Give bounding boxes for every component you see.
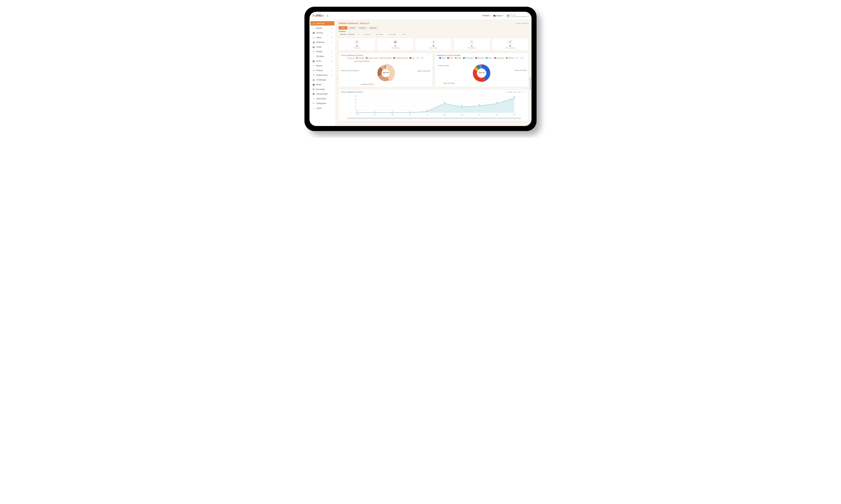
chevron-down-icon: ▾: [332, 51, 332, 52]
svg-text:87: 87: [514, 96, 515, 97]
card-menu-icon[interactable]: ⋮: [429, 54, 431, 56]
language-switcher[interactable]: English ▾: [493, 15, 503, 17]
timeframe-button[interactable]: Last 90 Days: [387, 33, 398, 36]
sidebar-item-inventory[interactable]: 📦 Inventory ▾: [310, 31, 334, 35]
sidebar-item-configuration[interactable]: ⚙ Configuration: [310, 101, 334, 106]
sidebar-item-orders[interactable]: 🧾 Orders ▾: [310, 35, 334, 40]
sidebar-item-products[interactable]: 🛍 Products ▾: [310, 68, 334, 73]
nav-icon: ☰: [312, 50, 315, 53]
nav-label: Onboard Seller: [316, 93, 327, 95]
legend-item[interactable]: CSV Integration: [463, 57, 474, 59]
fullscreen-icon[interactable]: ⛶: [525, 91, 526, 93]
svg-text:May: May: [391, 114, 394, 115]
legend-item[interactable]: Held: [410, 57, 414, 59]
legend-item[interactable]: Ship Station: [475, 57, 484, 59]
legend-item[interactable]: Shopify: [439, 57, 446, 59]
sidebar-item-import-status[interactable]: ⇪ Import Status: [310, 96, 334, 101]
timeframe-button[interactable]: Last Month: [362, 33, 372, 36]
svg-text:55: 55: [444, 102, 445, 103]
user-menu[interactable]: RA Hi, ravi ravirathore@noitechnologies.…: [506, 14, 529, 18]
nav-label: Dashboard: [316, 22, 324, 24]
svg-point-30: [462, 107, 462, 108]
orders-by-status-card: TOTAL ORDERS BY STATUS ⋮ ApprovedComplet…: [339, 53, 433, 87]
legend-item[interactable]: EPages: [455, 57, 461, 59]
sidebar-item-shipments[interactable]: 🚚 Shipments ▾: [310, 40, 334, 44]
chevron-down-icon: ▾: [502, 15, 503, 16]
chevron-down-icon: ▾: [332, 60, 332, 62]
legend-item[interactable]: Placed by Customer: [366, 57, 379, 59]
chevron-down-icon: ▾: [332, 56, 332, 57]
tenant-switcher[interactable]: PINNIMA ▾: [482, 15, 490, 17]
legend-item[interactable]: AliExpress: [506, 57, 514, 59]
export-icon[interactable]: ⇩: [522, 91, 524, 93]
tab-shipment[interactable]: Shipment: [368, 26, 378, 30]
legend-item[interactable]: Completed: [356, 57, 364, 59]
legend-swatch: [366, 57, 367, 59]
range-pill[interactable]: All: [516, 57, 518, 59]
range-pill[interactable]: 1mo: [420, 57, 424, 59]
nav-icon: 🧾: [312, 36, 315, 39]
range-pill[interactable]: All: [416, 57, 419, 59]
nav-icon: ⊞: [312, 22, 315, 24]
legend-item[interactable]: Amazon: [486, 57, 493, 59]
nav-label: Logout: [316, 107, 322, 109]
chevron-down-icon: ▾: [332, 32, 332, 34]
sidebar-item-reports[interactable]: 📄 Reports ▾: [310, 26, 334, 30]
logo[interactable]: FulFillor: [312, 14, 324, 17]
sidebar-item-logout[interactable]: ⎋ Logout: [310, 106, 334, 110]
range-pill[interactable]: All: [514, 91, 517, 93]
sidebar-item-facility[interactable]: 🏭 Facility: [310, 45, 334, 49]
svg-text:1: 1: [375, 111, 375, 112]
legend-item[interactable]: Others: [447, 57, 453, 59]
nav-icon: 🛍: [312, 69, 315, 72]
svg-text:8: 8: [427, 110, 428, 111]
sidebar-item-picklists[interactable]: ☰ Picklists ▾: [310, 49, 334, 54]
chevron-down-icon: ▾: [332, 37, 332, 38]
tab-returns[interactable]: Returns: [348, 26, 357, 30]
nav-icon: ⎋: [312, 107, 315, 109]
sidebar-item-pick-move[interactable]: ↔ Pick Move ▾: [310, 54, 334, 58]
nav-icon: ⇪: [312, 97, 315, 100]
legend-item[interactable]: Cancelled by Customer: [393, 57, 408, 59]
nav-icon: 📦: [312, 32, 315, 34]
nav-label: Parties: [316, 84, 322, 86]
kpi-icon: ⏸: [431, 40, 435, 44]
svg-text:Dec: Dec: [513, 114, 515, 115]
sidebar-item-stores[interactable]: 🏬 Stores ▾: [310, 59, 334, 63]
card-menu-icon[interactable]: ⋮: [525, 54, 527, 56]
sidebar-item-job-manager[interactable]: 👷 Job Manager: [310, 78, 334, 82]
legend-swatch: [410, 57, 411, 59]
legend-item[interactable]: Big Commerce: [494, 57, 504, 59]
range-pill[interactable]: 1mo: [520, 57, 524, 59]
sidebar-item-parties[interactable]: 👥 Parties: [310, 82, 334, 87]
timeframe-button[interactable]: All Time: [399, 33, 408, 36]
sidebar-item-returns[interactable]: ↩ Returns: [310, 64, 334, 68]
kpi-icon: 🛒: [508, 40, 512, 44]
kpi-card: 🛒 2 Total Orders: [339, 38, 375, 50]
sidebar-item-dashboard[interactable]: ⊞ Dashboard: [310, 21, 334, 25]
tab-inventory[interactable]: Inventory: [357, 26, 367, 30]
sidebar-item-onboard-seller[interactable]: ➕ Onboard Seller: [310, 92, 334, 96]
main-scrollbar[interactable]: [530, 77, 531, 119]
us-flag-icon: [493, 15, 496, 17]
legend-swatch: [380, 57, 382, 59]
timeframe-button[interactable]: Last 30 Days: [374, 33, 385, 36]
sidebar-item-production-run[interactable]: ⚙ Production Run ▾: [310, 73, 334, 77]
sidebar-item-accounting[interactable]: 📒 Accounting: [310, 87, 334, 91]
nav-label: Production Run: [316, 74, 328, 76]
legend-item[interactable]: Approved: [347, 57, 355, 59]
breadcrumb: FulFillor › Dashboard: [516, 23, 529, 24]
nav-icon: 🏬: [312, 60, 315, 62]
timeframe-range-select[interactable]: 2025-01-01 - 2025-01-02▾: [339, 33, 361, 36]
svg-point-18: [392, 112, 393, 113]
kpi-value: 0: [417, 44, 450, 47]
dashboard-tabs: OrdersReturnsInventoryShipment: [339, 26, 529, 30]
chart-scrollbar[interactable]: [347, 118, 521, 119]
range-pill[interactable]: 1mo: [517, 91, 521, 93]
legend-item[interactable]: Open (Tentative): [380, 57, 392, 59]
tab-orders[interactable]: Orders: [339, 26, 347, 30]
sidebar-toggle-icon[interactable]: ⇤: [327, 15, 329, 17]
panel-collapse-icon[interactable]: ⇥: [336, 77, 338, 79]
kpi-card: 🚚 1 Orders Shipped: [377, 38, 414, 50]
user-email: ravirathore@noitechnologies.com: [511, 16, 529, 17]
